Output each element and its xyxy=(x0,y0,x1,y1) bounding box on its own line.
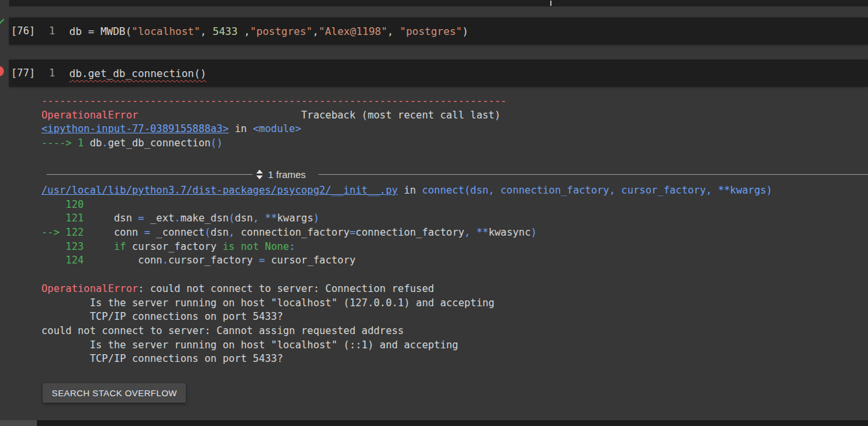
code-token: OperationalError xyxy=(41,109,138,121)
code-token: , xyxy=(200,25,212,38)
traceback-file-link[interactable]: <ipython-input-77-0389155888a3> xyxy=(41,123,228,135)
code-token: db.get_db_connection() xyxy=(69,67,206,80)
code-cell-76[interactable]: [76] 1 db = MWDB("localhost", 5433 ,"pos… xyxy=(9,17,868,45)
execution-count-label: [76] xyxy=(11,25,41,37)
code-token: = xyxy=(259,254,271,266)
code-cell-77[interactable]: [77] 1 db.get_db_connection() xyxy=(9,60,868,87)
traceback-line: <ipython-input-77-0389155888a3> in <modu… xyxy=(41,122,868,137)
code-token: TCP/IP connections on port 5433? xyxy=(41,353,283,364)
code-token: conn xyxy=(83,227,144,238)
unfold-frames-icon xyxy=(256,170,263,179)
code-token: db xyxy=(90,137,102,149)
traceback-line: 121 dsn = _ext.make_dsn(dsn, **kwargs) xyxy=(41,212,868,226)
code-token: Traceback (most recent call last) xyxy=(138,109,500,121)
code-token: , ** xyxy=(464,227,488,238)
frames-toggle[interactable]: 1 frames xyxy=(256,166,306,183)
code-token: is not xyxy=(223,241,265,252)
code-token: None xyxy=(265,241,289,252)
code-token: ----------------------------------------… xyxy=(41,95,507,107)
code-token: dsn xyxy=(210,227,228,238)
code-token: , xyxy=(387,25,399,38)
code-token: = xyxy=(350,227,355,238)
traceback-line: --> 122 conn = _connect(dsn, connection_… xyxy=(41,226,868,240)
code-token: "postgres" xyxy=(400,25,462,38)
frames-count-label: 1 frames xyxy=(268,169,306,180)
gutter-line-number: 1 xyxy=(41,25,55,37)
traceback-line: ----------------------------------------… xyxy=(41,95,868,109)
code-token: "localhost" xyxy=(131,25,200,38)
traceback-line: TCP/IP connections on port 5433? xyxy=(41,310,868,324)
code-token: _connect xyxy=(156,227,205,238)
traceback-line: Is the server running on host "localhost… xyxy=(41,297,868,311)
code-token xyxy=(83,241,114,252)
divider-line-left xyxy=(47,174,252,175)
code-token: Is the server running on host "localhost… xyxy=(41,339,458,351)
code-token: --> 122 xyxy=(41,227,83,238)
code-token: 5433 xyxy=(213,25,238,38)
code-token: = xyxy=(144,227,157,238)
code-token: ( xyxy=(205,227,210,238)
traceback-line: OperationalError: could not connect to s… xyxy=(41,282,868,297)
error-message: OperationalError: could not connect to s… xyxy=(41,282,868,366)
code-token: conn xyxy=(83,254,162,266)
execution-count-label: [77] xyxy=(11,67,41,79)
code-token: kwasync xyxy=(489,227,531,238)
traceback-file-link[interactable]: /usr/local/lib/python3.7/dist-packages/p… xyxy=(41,185,398,196)
code-token: cursor_factory xyxy=(132,241,223,252)
code-token: _ext xyxy=(150,212,174,224)
search-stack-overflow-button[interactable]: SEARCH STACK OVERFLOW xyxy=(43,383,186,403)
code-token: , xyxy=(313,25,319,38)
code-token: ----> 1 xyxy=(41,137,90,149)
code-token: Is the server running on host "localhost… xyxy=(41,297,495,309)
code-token: OperationalError xyxy=(41,283,138,295)
gutter-line-number: 1 xyxy=(41,67,55,79)
code-token: kwargs xyxy=(277,212,313,224)
traceback-line: could not connect to server: Cannot assi… xyxy=(41,324,868,339)
bottom-left-gutter-block xyxy=(0,420,37,426)
notebook-page: [76] 1 db = MWDB("localhost", 5433 ,"pos… xyxy=(0,0,868,426)
code-line[interactable]: db.get_db_connection() xyxy=(69,67,206,80)
code-token: db = MWDB( xyxy=(69,25,131,38)
traceback-line: 124 conn.cursor_factory = cursor_factory xyxy=(41,254,868,268)
code-token: could not connect to server: Cannot assi… xyxy=(41,325,404,337)
code-token: () xyxy=(210,137,223,149)
code-token: dsn xyxy=(235,212,253,224)
code-token: connection_factory xyxy=(355,227,464,238)
traceback-line: 120 xyxy=(41,198,868,212)
code-token: . xyxy=(174,212,180,224)
code-token: cursor_factory xyxy=(168,254,259,266)
code-token: : xyxy=(289,241,295,252)
code-token: "Alex@1198" xyxy=(318,25,387,38)
code-token: get_db_connection xyxy=(108,137,211,149)
traceback-line: Is the server running on host "localhost… xyxy=(41,339,868,353)
code-token: 124 xyxy=(41,254,83,266)
previous-cell-strip[interactable] xyxy=(9,0,868,6)
code-token: if xyxy=(114,241,132,252)
code-token: ) xyxy=(531,227,537,238)
code-token: connection_factory xyxy=(241,227,350,238)
code-token: TCP/IP connections on port 5433? xyxy=(41,311,283,322)
code-token: , xyxy=(228,227,241,238)
code-line[interactable]: db = MWDB("localhost", 5433 ,"postgres",… xyxy=(69,25,469,38)
code-token: in xyxy=(228,123,252,135)
traceback-header: ----------------------------------------… xyxy=(41,95,868,151)
traceback-line: TCP/IP connections on port 5433? xyxy=(41,352,868,366)
traceback-frame: /usr/local/lib/python3.7/dist-packages/p… xyxy=(41,184,868,268)
code-token: : could not connect to server: Connectio… xyxy=(138,283,434,295)
code-token: ) xyxy=(462,25,469,38)
cell-success-check-icon xyxy=(0,16,5,25)
code-token: , xyxy=(238,25,250,38)
code-token: = xyxy=(138,212,150,224)
cell-error-dot-icon xyxy=(0,66,4,76)
code-token: <module> xyxy=(253,123,302,135)
traceback-line: /usr/local/lib/python3.7/dist-packages/p… xyxy=(41,184,868,198)
next-cell-strip[interactable] xyxy=(0,420,868,426)
traceback-line: 123 if cursor_factory is not None: xyxy=(41,240,868,254)
text-cursor xyxy=(550,1,551,6)
code-token: ) xyxy=(313,212,319,224)
traceback-line: ----> 1 db.get_db_connection() xyxy=(41,137,868,151)
traceback-line: OperationalError Traceback (most recent … xyxy=(41,109,868,123)
frames-divider: 1 frames xyxy=(0,166,868,183)
code-token: 123 xyxy=(41,241,83,252)
code-token: dsn xyxy=(83,212,138,224)
